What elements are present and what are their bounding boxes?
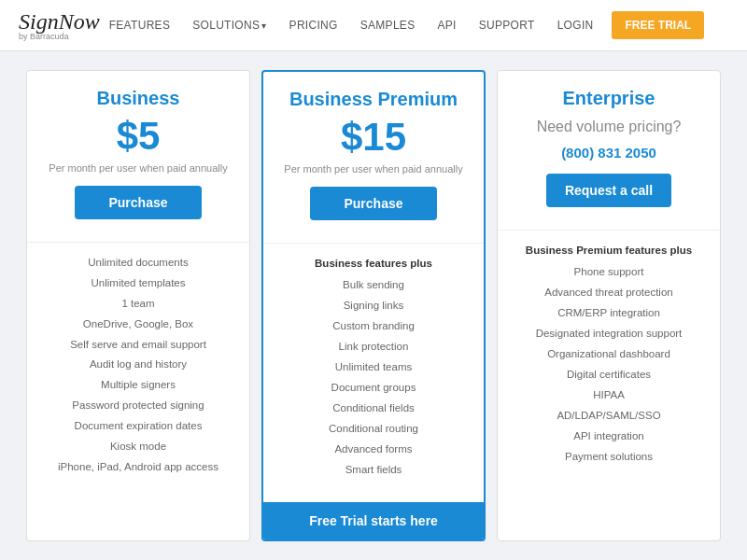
free-trial-button[interactable]: FREE TRIAL [612, 11, 704, 39]
feature-item: API integration [498, 426, 720, 446]
feature-item: Conditional fields [263, 398, 484, 418]
feature-item: Digital certificates [498, 365, 720, 385]
feature-item: Unlimited templates [27, 273, 249, 293]
plan-enterprise-request-call-button[interactable]: Request a call [546, 174, 671, 207]
logo-text: SignNow [19, 10, 100, 33]
feature-item: Organizational dashboard [498, 344, 720, 365]
feature-heading: Business features plus [263, 253, 484, 274]
feature-heading: Business Premium features plus [498, 240, 720, 261]
feature-item: Password protected signing [27, 396, 249, 416]
plan-enterprise: Enterprise Need volume pricing? (800) 83… [497, 70, 721, 541]
nav-api[interactable]: API [428, 13, 465, 37]
feature-item: iPhone, iPad, Android app access [27, 457, 249, 478]
feature-item: Kiosk mode [27, 437, 249, 457]
plan-enterprise-name: Enterprise [507, 88, 711, 109]
nav-support[interactable]: SUPPORT [470, 13, 544, 37]
feature-item: Unlimited teams [263, 357, 484, 377]
feature-item: Bulk sending [263, 275, 484, 296]
plan-premium-price: $15 [273, 118, 474, 157]
feature-item: Link protection [263, 337, 484, 357]
feature-item: Signing links [263, 296, 484, 316]
plan-premium-name: Business Premium [273, 89, 474, 110]
logo: SignNow by Barracuda [19, 10, 100, 41]
plan-premium-header: Business Premium $15 Per month per user … [263, 72, 484, 243]
nav-solutions[interactable]: SOLUTIONS [183, 13, 275, 37]
feature-item: Custom branding [263, 316, 484, 337]
nav-login[interactable]: LOGIN [548, 13, 603, 37]
feature-item: Designated integration support [498, 324, 720, 344]
plan-premium-features: Business features plus Bulk sending Sign… [263, 243, 484, 502]
feature-item: 1 team [27, 293, 249, 314]
plan-business-price-sub: Per month per user when paid annually [36, 161, 240, 175]
plan-enterprise-phone: (800) 831 2050 [507, 145, 711, 161]
plan-premium-price-sub: Per month per user when paid annually [273, 162, 474, 175]
plan-enterprise-features: Business Premium features plus Phone sup… [498, 230, 720, 540]
plan-business-features: Unlimited documents Unlimited templates … [27, 242, 249, 540]
header: SignNow by Barracuda FEATURES SOLUTIONS … [0, 0, 747, 51]
feature-item: OneDrive, Google, Box [27, 314, 249, 334]
plan-business: Business $5 Per month per user when paid… [26, 70, 250, 541]
plan-business-header: Business $5 Per month per user when paid… [27, 71, 249, 242]
feature-item: Document groups [263, 377, 484, 398]
plan-premium-purchase-button[interactable]: Purchase [310, 187, 436, 220]
nav-pricing[interactable]: PRICING [280, 13, 347, 37]
feature-item: Unlimited documents [27, 252, 249, 273]
feature-item: Self serve and email support [27, 334, 249, 355]
nav-features[interactable]: FEATURES [100, 13, 180, 37]
feature-item: Advanced threat protection [498, 283, 720, 303]
feature-item: HIPAA [498, 385, 720, 405]
feature-item: Advanced forms [263, 439, 484, 459]
pricing-section: Business $5 Per month per user when paid… [0, 51, 747, 560]
feature-item: Multiple signers [27, 375, 249, 396]
feature-item: Audit log and history [27, 355, 249, 375]
plan-enterprise-header: Enterprise Need volume pricing? (800) 83… [498, 71, 720, 230]
feature-item: Phone support [498, 262, 720, 283]
feature-item: Smart fields [263, 459, 484, 480]
feature-item: Payment solutions [498, 446, 720, 467]
navigation: FEATURES SOLUTIONS PRICING SAMPLES API S… [100, 11, 704, 39]
plan-business-premium: Business Premium $15 Per month per user … [261, 70, 486, 541]
plan-business-name: Business [36, 88, 240, 109]
plan-business-purchase-button[interactable]: Purchase [75, 186, 201, 219]
logo-subtext: by Barracuda [19, 33, 100, 41]
feature-item: Conditional routing [263, 418, 484, 439]
plan-premium-free-trial-banner[interactable]: Free Trial starts here [263, 502, 484, 539]
plan-enterprise-price-label: Need volume pricing? [507, 117, 711, 137]
feature-item: CRM/ERP integration [498, 303, 720, 324]
feature-item: AD/LDAP/SAML/SSO [498, 405, 720, 426]
feature-item: Document expiration dates [27, 416, 249, 437]
plan-business-price: $5 [36, 117, 240, 156]
nav-samples[interactable]: SAMPLES [351, 13, 425, 37]
